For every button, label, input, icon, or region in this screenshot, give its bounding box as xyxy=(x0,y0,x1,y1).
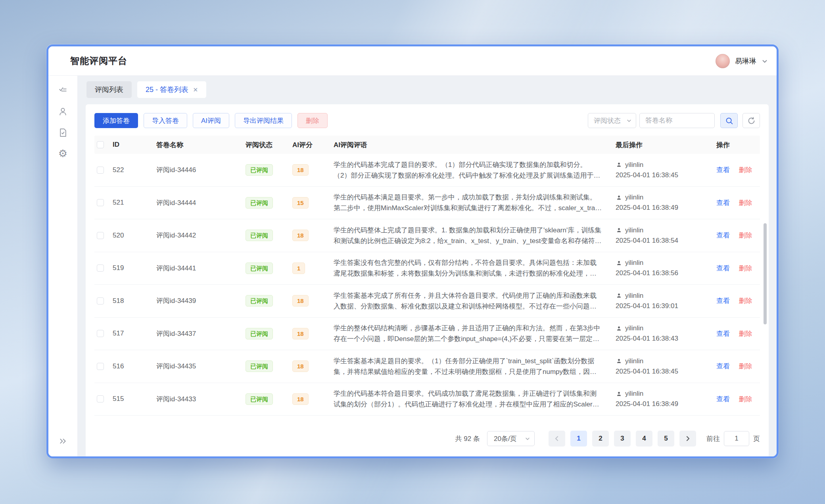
row-select-cell xyxy=(94,363,113,370)
page-button-3[interactable]: 3 xyxy=(614,431,631,447)
row-comment: 学生的代码基本完成了题目的要求。（1）部分代码正确实现了数据集的加载和切分。（2… xyxy=(334,159,616,181)
export-results-button[interactable]: 导出评阅结果 xyxy=(235,113,292,128)
tab-answer-sheet-list[interactable]: 25 - 答卷列表 × xyxy=(137,81,206,98)
page-button-1[interactable]: 1 xyxy=(570,431,587,447)
select-all-checkbox[interactable] xyxy=(97,141,104,148)
delete-button[interactable]: 删除 xyxy=(297,113,328,128)
sidebar-item-review-list[interactable] xyxy=(54,81,72,100)
scrollbar-thumb[interactable] xyxy=(764,223,767,324)
refresh-button[interactable] xyxy=(742,113,760,128)
delete-link[interactable]: 删除 xyxy=(739,166,752,174)
score-badge: 18 xyxy=(292,295,309,307)
status-badge: 已评阅 xyxy=(246,393,273,405)
row-checkbox[interactable] xyxy=(97,363,104,370)
view-link[interactable]: 查看 xyxy=(716,362,730,370)
row-last-op: yilinlin 2025-04-01 16:38:45 xyxy=(616,357,716,376)
table-row: 517 评阅id-34437 已评阅 18 学生的整体代码结构清晰，步骤基本正确… xyxy=(94,318,760,351)
header-id: ID xyxy=(113,141,156,149)
row-checkbox[interactable] xyxy=(97,395,104,402)
delete-link[interactable]: 删除 xyxy=(739,232,752,239)
next-page-button[interactable] xyxy=(679,431,696,447)
operator-name: yilinlin xyxy=(625,357,643,365)
table-row: 518 评阅id-34439 已评阅 18 学生答案基本完成了所有任务，并且大体… xyxy=(94,285,760,318)
row-actions: 查看 删除 xyxy=(716,329,760,338)
chevron-right-icon xyxy=(685,435,691,442)
row-comment: 学生的整体代码结构清晰，步骤基本正确，并且适用了正确的库和方法。然而，在第3步中… xyxy=(334,323,616,344)
sidebar-expand-toggle[interactable] xyxy=(54,432,72,450)
delete-link[interactable]: 删除 xyxy=(739,199,752,207)
avatar[interactable] xyxy=(716,54,730,68)
view-link[interactable]: 查看 xyxy=(716,395,730,403)
goto-page-input[interactable] xyxy=(724,431,749,446)
delete-link[interactable]: 删除 xyxy=(739,362,752,370)
page-button-4[interactable]: 4 xyxy=(636,431,652,447)
sidebar-item-users[interactable] xyxy=(54,102,72,121)
search-button[interactable] xyxy=(720,113,738,128)
delete-link[interactable]: 删除 xyxy=(739,395,752,403)
row-actions: 查看 删除 xyxy=(716,264,760,273)
answer-name-field[interactable] xyxy=(639,113,715,128)
view-link[interactable]: 查看 xyxy=(716,264,730,272)
sidebar-item-settings[interactable]: ⚙ xyxy=(54,144,72,163)
page-button-5[interactable]: 5 xyxy=(658,431,674,447)
view-link[interactable]: 查看 xyxy=(716,297,730,305)
score-badge: 18 xyxy=(292,164,309,176)
delete-link[interactable]: 删除 xyxy=(739,264,752,272)
view-link[interactable]: 查看 xyxy=(716,199,730,207)
prev-page-button[interactable] xyxy=(549,431,565,447)
row-checkbox[interactable] xyxy=(97,232,104,239)
header-comment: AI评阅评语 xyxy=(334,140,616,149)
delete-link[interactable]: 删除 xyxy=(739,297,752,305)
operator-line: yilinlin xyxy=(616,292,712,300)
header-action: 操作 xyxy=(716,140,760,149)
operator-line: yilinlin xyxy=(616,259,712,267)
operation-time: 2025-04-01 16:39:01 xyxy=(616,302,712,310)
goto-page: 前往 页 xyxy=(706,431,760,446)
row-checkbox[interactable] xyxy=(97,264,104,272)
select-all-cell xyxy=(94,141,113,148)
score-badge: 1 xyxy=(292,263,305,274)
row-last-op: yilinlin 2025-04-01 16:38:43 xyxy=(616,324,716,343)
row-score: 18 xyxy=(292,164,334,176)
row-name: 评阅id-34441 xyxy=(156,264,246,273)
row-select-cell xyxy=(94,199,113,206)
row-score: 18 xyxy=(292,393,334,405)
score-badge: 15 xyxy=(292,197,309,209)
row-score: 18 xyxy=(292,360,334,372)
review-status-select[interactable]: 评阅状态 xyxy=(588,113,636,128)
status-badge: 已评阅 xyxy=(246,263,273,274)
view-link[interactable]: 查看 xyxy=(716,232,730,239)
row-name: 评阅id-34439 xyxy=(156,296,246,305)
ai-review-button[interactable]: AI评阅 xyxy=(193,113,229,128)
comment-text: 学生的整体代码结构清晰，步骤基本正确，并且适用了正确的库和方法。然而，在第3步中… xyxy=(334,323,602,344)
chevron-down-icon xyxy=(626,118,632,123)
page-size-select[interactable]: 20条/页 xyxy=(487,431,535,446)
sidebar-item-documents[interactable] xyxy=(54,123,72,142)
view-link[interactable]: 查看 xyxy=(716,330,730,337)
search-icon xyxy=(725,117,733,125)
table-row: 519 评阅id-34441 已评阅 1 学生答案没有包含完整的代码，仅有部分结… xyxy=(94,252,760,285)
comment-text: 学生的代码整体上完成了题目要求。1. 数据集的加载和划分正确使用了'sklear… xyxy=(334,225,602,246)
row-checkbox[interactable] xyxy=(97,167,104,174)
table-scrollbar[interactable] xyxy=(764,223,767,418)
row-checkbox[interactable] xyxy=(97,330,104,337)
comment-text: 学生答案基本完成了所有任务，并且大体符合题目要求。代码使用了正确的库和函数来载入… xyxy=(334,290,602,312)
tab-review-list[interactable]: 评阅列表 xyxy=(86,81,132,98)
add-answer-button[interactable]: 添加答卷 xyxy=(94,113,138,128)
answer-name-input[interactable] xyxy=(645,117,709,125)
delete-link[interactable]: 删除 xyxy=(739,330,752,337)
row-last-op: yilinlin 2025-04-01 16:38:49 xyxy=(616,194,716,212)
toolbar: 添加答卷 导入答卷 AI评阅 导出评阅结果 删除 评阅状态 xyxy=(94,113,760,128)
person-icon xyxy=(616,260,622,266)
view-link[interactable]: 查看 xyxy=(716,166,730,174)
row-checkbox[interactable] xyxy=(97,297,104,305)
row-comment: 学生的代码整体上完成了题目要求。1. 数据集的加载和划分正确使用了'sklear… xyxy=(334,225,616,246)
import-answer-button[interactable]: 导入答卷 xyxy=(144,113,187,128)
page-button-2[interactable]: 2 xyxy=(592,431,609,447)
table-row: 516 评阅id-34435 已评阅 18 学生答案基本满足题目的要求。（1）任… xyxy=(94,350,760,383)
row-score: 18 xyxy=(292,230,334,241)
close-icon[interactable]: × xyxy=(193,86,198,94)
user-menu[interactable]: 易琳琳 xyxy=(716,54,768,68)
row-checkbox[interactable] xyxy=(97,199,104,206)
table-header-row: ID 答卷名称 评阅状态 AI评分 AI评阅评语 最后操作 操作 xyxy=(94,136,760,154)
